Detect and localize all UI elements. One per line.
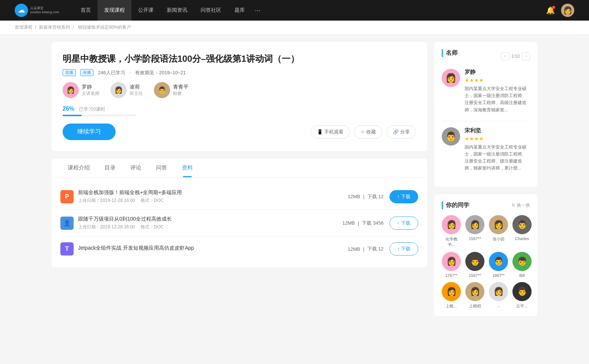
resource-info-1: 跟随千万级项目从0到100全过程高效成长 上传日期：2019-12-28 16:… xyxy=(78,216,342,230)
tabs-card: 课程介绍 目录 评论 问答 资料 P 前端全栈加强版！前端全栈+全周期+多端应用… xyxy=(52,158,427,267)
classmates-header: 你的同学 ↻ 换一换 xyxy=(442,201,530,209)
teacher-info-1: 凌荷 班主任 xyxy=(130,84,143,97)
nav-more[interactable]: ··· xyxy=(251,7,264,14)
separator: · xyxy=(130,70,131,75)
nav-item-courses[interactable]: 发现课程 xyxy=(98,0,131,21)
classmate-avatar-4: 👩 xyxy=(442,252,461,271)
classmate-avatar-10: 👩 xyxy=(489,282,508,301)
resource-stats-0: 12MB | 下载 12 xyxy=(348,193,383,200)
tab-contents[interactable]: 目录 xyxy=(97,158,123,177)
mobile-view-button[interactable]: 📱 手机观看 xyxy=(311,125,350,139)
nav-item-news[interactable]: 新闻资讯 xyxy=(160,0,194,21)
tabs-header: 课程介绍 目录 评论 问答 资料 xyxy=(52,158,427,178)
progress-learned: 已学习0课时 xyxy=(79,106,105,112)
valid-until: 有效期至：2019–10–21 xyxy=(135,69,186,76)
progress-text: 26% 已学习0课时 xyxy=(63,106,416,113)
teachers-sidebar-header: 名师 ‹ 1/10 › xyxy=(442,49,530,63)
breadcrumb-current: 销冠修炼术搞定80%的客户 xyxy=(78,25,131,30)
sidebar-teacher-desc-1: 国内某重点大学安全工程专业硕士，国家一级注册消防工程师、注册安全工程师、级注册建… xyxy=(465,144,530,172)
resource-item-2: T Jetpack全组件实战 开发短视频应用高仿皮皮虾App 12MB | 下载… xyxy=(60,236,418,261)
teacher-avatar-1: 👩 xyxy=(110,82,127,98)
sidebar-teacher-stars-1: ★★★★ xyxy=(465,136,530,142)
teacher-name-0: 罗静 xyxy=(82,84,99,90)
action-buttons: 📱 手机观看 ☆ 收藏 🔗 分享 xyxy=(311,125,416,139)
bell-icon[interactable]: 🔔 xyxy=(546,6,555,15)
classmate-avatar-5: 👨 xyxy=(465,252,484,271)
classmates-grid: 👩 化学教书... 👩 1567** 👩 张小田 👨 Charles xyxy=(442,215,530,309)
teacher-avatar-2: 👨 xyxy=(154,82,170,98)
resource-title-2: Jetpack全组件实战 开发短视频应用高仿皮皮虾App xyxy=(78,245,348,251)
download-button-1[interactable]: ↑ 下载 xyxy=(389,217,418,230)
classmate-item-6: 👨 1867** xyxy=(489,252,508,278)
prev-teacher-btn[interactable]: ‹ xyxy=(501,52,509,60)
teacher-item-2: 👨 青青平 助教 xyxy=(154,82,188,98)
content-left: 明星中教授课，小学阶段语法100分–强化级第1讲动词（一） 直播 录播 246人… xyxy=(52,42,427,324)
share-label: 分享 xyxy=(400,129,410,135)
resource-title-1: 跟随千万级项目从0到100全过程高效成长 xyxy=(78,216,342,222)
download-button-0[interactable]: ↑ 下载 xyxy=(389,190,418,203)
logo[interactable]: ☁ 云朵课堂 yunduo ketang.com xyxy=(15,4,59,17)
tab-comments[interactable]: 评论 xyxy=(123,158,149,177)
sidebar-teacher-name-0: 罗静 xyxy=(465,69,530,76)
share-button[interactable]: 🔗 分享 xyxy=(387,125,416,139)
nav-item-quiz[interactable]: 题库 xyxy=(228,0,251,21)
classmate-item-7: 👦 Bill xyxy=(512,252,532,278)
breadcrumb-link-1[interactable]: 发现课程 xyxy=(15,25,32,30)
teacher-name-1: 凌荷 xyxy=(130,84,143,90)
teacher-info-0: 罗静 主讲老师 xyxy=(82,84,99,97)
nav-item-open[interactable]: 公开课 xyxy=(131,0,160,21)
teachers-sidebar-card: 名师 ‹ 1/10 › 👩 罗静 ★★★★ 国内某重点大学安全工程专业硕士，国家… xyxy=(434,42,537,187)
classmate-name-7: Bill xyxy=(519,273,525,278)
teacher-page: 1/10 xyxy=(511,54,520,59)
teacher-info-2: 青青平 助教 xyxy=(173,84,188,97)
classmate-avatar-0: 👩 xyxy=(442,215,461,234)
classmate-item-4: 👩 1767** xyxy=(442,252,461,278)
breadcrumb-link-2[interactable]: 新媒体营销系列 xyxy=(39,25,70,30)
sidebar-teacher-desc-0: 国内某重点大学安全工程专业硕士，国家一级注册消防工程师、注册安全工程师、高级注册… xyxy=(465,85,530,114)
resource-item-1: 👤 跟随千万级项目从0到100全过程高效成长 上传日期：2019-12-28 1… xyxy=(60,210,418,236)
resource-info-0: 前端全栈加强版！前端全栈+全周期+多端应用 上传日期：2019-12-28 16… xyxy=(78,189,348,204)
download-button-2[interactable]: ↑ 下载 xyxy=(389,242,418,256)
classmate-avatar-3: 👨 xyxy=(512,215,532,234)
refresh-classmates-btn[interactable]: ↻ 换一换 xyxy=(512,202,530,208)
next-teacher-btn[interactable]: › xyxy=(522,52,530,60)
content-right: 名师 ‹ 1/10 › 👩 罗静 ★★★★ 国内某重点大学安全工程专业硕士，国家… xyxy=(434,42,537,324)
resource-info-2: Jetpack全组件实战 开发短视频应用高仿皮皮虾App xyxy=(78,245,348,253)
classmate-avatar-1: 👩 xyxy=(465,215,484,234)
share-icon: 🔗 xyxy=(393,129,399,135)
teacher-name-2: 青青平 xyxy=(173,84,188,90)
user-avatar[interactable]: 👩 xyxy=(561,4,574,17)
classmate-name-8: 上晓... xyxy=(445,303,457,309)
classmate-item-2: 👩 张小田 xyxy=(489,215,508,247)
tab-qa[interactable]: 问答 xyxy=(149,158,174,177)
classmate-item-5: 👨 1567** xyxy=(465,252,484,278)
star-icon: ☆ xyxy=(360,129,365,135)
resource-list: P 前端全栈加强版！前端全栈+全周期+多端应用 上传日期：2019-12-28 … xyxy=(52,178,427,267)
progress-section: 26% 已学习0课时 xyxy=(63,106,416,116)
logo-text: 云朵课堂 yunduo ketang.com xyxy=(30,6,59,14)
resource-stats-2: 12MB | 下载 12 xyxy=(348,246,383,252)
nav-item-qa[interactable]: 问答社区 xyxy=(194,0,228,21)
tab-intro[interactable]: 课程介绍 xyxy=(60,158,97,177)
breadcrumb: 发现课程 / 新媒体营销系列 / 销冠修炼术搞定80%的客户 xyxy=(0,21,589,35)
sidebar-teacher-name-1: 宋利坚 xyxy=(465,127,530,134)
resource-stats-1: 12MB | 下载 3456 xyxy=(342,220,384,226)
resource-icon-2: T xyxy=(60,242,74,256)
progress-bar xyxy=(63,115,136,116)
tab-resources[interactable]: 资料 xyxy=(174,158,200,177)
classmate-item-10: 👩 ... xyxy=(489,282,508,309)
classmate-avatar-6: 👨 xyxy=(489,252,508,271)
progress-fill xyxy=(63,115,82,116)
teacher-item-1: 👩 凌荷 班主任 xyxy=(110,82,143,98)
continue-button[interactable]: 继续学习 xyxy=(63,124,116,140)
classmate-avatar-7: 👦 xyxy=(512,252,532,271)
course-meta: 直播 录播 246人已学习 · 有效期至：2019–10–21 xyxy=(63,69,416,76)
navbar: ☁ 云朵课堂 yunduo ketang.com 首页 发现课程 公开课 新闻资… xyxy=(0,0,589,21)
refresh-icon: ↻ xyxy=(512,203,515,208)
nav-item-home[interactable]: 首页 xyxy=(74,0,98,21)
collect-label: 收藏 xyxy=(366,129,376,135)
sidebar-teacher-info-1: 宋利坚 ★★★★ 国内某重点大学安全工程专业硕士，国家一级注册消防工程师、注册安… xyxy=(465,127,530,172)
logo-icon: ☁ xyxy=(15,4,28,17)
teacher-divider xyxy=(442,121,530,121)
collect-button[interactable]: ☆ 收藏 xyxy=(354,125,382,139)
